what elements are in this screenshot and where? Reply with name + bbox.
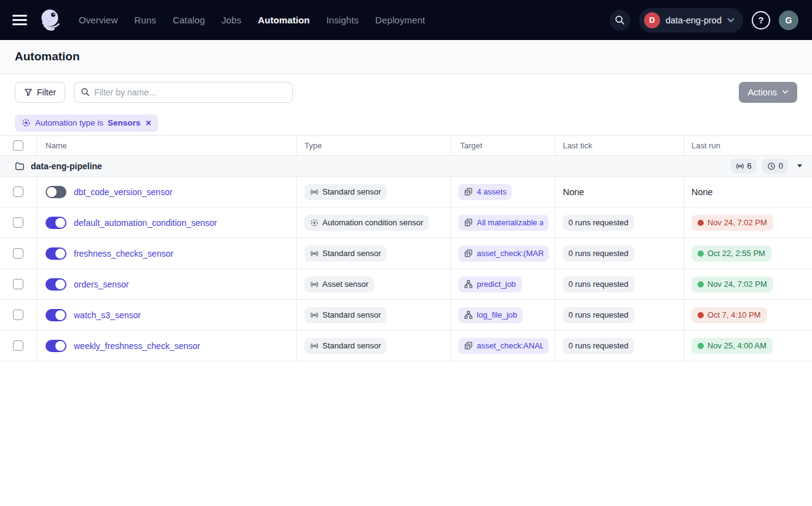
last-run-chip[interactable]: Oct 7, 4:10 PM: [691, 307, 767, 323]
actions-button-label: Actions: [747, 87, 777, 97]
sensor-type-chip: Automation condition sensor: [304, 215, 429, 231]
target-chip[interactable]: predict_job: [458, 276, 522, 292]
nav-item-overview[interactable]: Overview: [79, 15, 117, 25]
actions-button[interactable]: Actions: [739, 82, 797, 103]
group-name: data-eng-pipeline: [31, 161, 102, 171]
last-run-chip[interactable]: Oct 22, 2:55 PM: [691, 246, 771, 262]
menu-icon[interactable]: [12, 15, 27, 25]
table-row: orders_sensor Asset sensor predict_job 0…: [0, 269, 812, 300]
asset-icon: [464, 249, 473, 258]
close-icon[interactable]: ✕: [145, 119, 151, 127]
automation-icon: [310, 219, 319, 227]
last-tick-label: 0 runs requested: [568, 341, 629, 350]
last-tick-chip: 0 runs requested: [563, 215, 634, 231]
chevron-down-icon: [727, 18, 734, 23]
asset-icon: [464, 341, 473, 350]
toggle-knob: [55, 279, 65, 289]
toolbar: Filter Actions: [0, 74, 812, 110]
search-icon: [81, 87, 90, 97]
last-run-chip[interactable]: Nov 24, 7:02 PM: [691, 215, 773, 231]
last-run-label: Nov 25, 4:00 AM: [707, 341, 766, 350]
app-window: OverviewRunsCatalogJobsAutomationInsight…: [0, 0, 812, 506]
group-counts: 6 0: [731, 159, 802, 174]
sensor-name-link[interactable]: watch_s3_sensor: [74, 310, 141, 320]
sensor-icon: [310, 280, 319, 289]
target-chip[interactable]: All materializable as: [458, 215, 549, 231]
run-status-dot: [698, 281, 704, 287]
filter-chip-value: Sensors: [108, 118, 140, 127]
sensor-toggle[interactable]: [46, 247, 66, 260]
toggle-knob: [55, 249, 65, 259]
filter-by-name-input[interactable]: [94, 87, 286, 97]
toggle-knob: [55, 218, 65, 228]
code-location-group-row[interactable]: data-eng-pipeline 6 0: [0, 156, 812, 177]
folder-icon: [15, 161, 25, 171]
automation-type-filter-chip[interactable]: Automation type is Sensors ✕: [15, 114, 158, 132]
sensor-toggle[interactable]: [46, 217, 66, 229]
job-icon: [464, 279, 473, 289]
target-chip[interactable]: asset_check:ANALY: [458, 338, 549, 354]
column-header-last-tick: Last tick: [555, 136, 684, 155]
sensor-name-link[interactable]: freshness_checks_sensor: [74, 249, 173, 259]
chevron-down-icon: [782, 90, 789, 94]
row-checkbox[interactable]: [13, 310, 23, 320]
sensor-name-link[interactable]: orders_sensor: [74, 279, 129, 289]
table-row: default_automation_condition_sensor Auto…: [0, 207, 812, 238]
nav-item-catalog[interactable]: Catalog: [173, 15, 205, 25]
sensor-name-link[interactable]: default_automation_condition_sensor: [74, 218, 217, 228]
automation-condition-icon: [22, 118, 31, 127]
sensor-icon: [310, 311, 319, 319]
sensor-icon: [310, 249, 319, 258]
nav-item-deployment[interactable]: Deployment: [375, 15, 425, 25]
dagster-logo-icon[interactable]: [38, 7, 64, 33]
last-run-label: Oct 7, 4:10 PM: [707, 310, 761, 319]
sensor-toggle[interactable]: [46, 309, 66, 321]
sensor-name-link[interactable]: weekly_freshness_check_sensor: [74, 341, 200, 351]
nav-item-insights[interactable]: Insights: [327, 15, 359, 25]
deployment-avatar: D: [644, 12, 660, 28]
search-icon[interactable]: [610, 10, 631, 31]
last-run-chip[interactable]: Nov 24, 7:02 PM: [691, 276, 773, 292]
toggle-knob: [47, 187, 57, 197]
row-checkbox[interactable]: [13, 248, 23, 259]
target-label: All materializable as: [477, 218, 543, 227]
last-tick-label: 0 runs requested: [568, 218, 629, 227]
clock-icon: [767, 162, 776, 171]
target-chip[interactable]: 4 assets: [458, 184, 512, 200]
column-header-name: Name: [37, 136, 297, 155]
user-avatar[interactable]: G: [779, 10, 798, 30]
row-checkbox[interactable]: [13, 217, 23, 228]
table-row: freshness_checks_sensor Standard sensor …: [0, 238, 812, 269]
collapse-group-icon[interactable]: [797, 164, 802, 167]
target-chip[interactable]: log_file_job: [458, 307, 523, 323]
last-run-chip[interactable]: Nov 25, 4:00 AM: [691, 338, 773, 354]
deployment-name: data-eng-prod: [666, 15, 722, 25]
row-checkbox[interactable]: [13, 340, 23, 351]
nav-item-runs[interactable]: Runs: [134, 15, 156, 25]
sensor-toggle[interactable]: [46, 340, 66, 352]
schedule-count: 0: [779, 161, 783, 171]
row-checkbox[interactable]: [13, 279, 23, 289]
column-header-target: Target: [451, 136, 555, 155]
sensor-type-label: Standard sensor: [322, 249, 381, 258]
target-chip[interactable]: asset_check:(MARK: [458, 246, 549, 262]
asset-icon: [464, 218, 473, 227]
last-tick-chip: 0 runs requested: [563, 307, 634, 323]
nav-item-jobs[interactable]: Jobs: [221, 15, 241, 25]
sensor-name-link[interactable]: dbt_code_version_sensor: [74, 187, 172, 197]
run-status-dot: [698, 220, 704, 226]
asset-icon: [464, 187, 473, 196]
deployment-switcher[interactable]: D data-eng-prod: [639, 8, 743, 33]
select-all-checkbox[interactable]: [13, 140, 23, 151]
run-status-dot: [698, 251, 704, 257]
last-tick-label: 0 runs requested: [568, 249, 629, 258]
sensor-type-chip: Standard sensor: [304, 246, 386, 262]
nav-item-automation[interactable]: Automation: [258, 15, 309, 25]
sensor-toggle[interactable]: [46, 186, 66, 198]
row-checkbox[interactable]: [13, 187, 23, 197]
filter-button[interactable]: Filter: [15, 82, 65, 103]
filter-button-label: Filter: [37, 87, 56, 97]
help-icon[interactable]: ?: [752, 11, 770, 30]
job-icon: [464, 310, 473, 319]
sensor-toggle[interactable]: [46, 278, 66, 291]
